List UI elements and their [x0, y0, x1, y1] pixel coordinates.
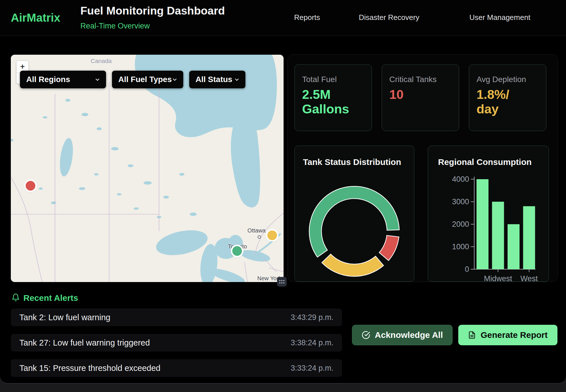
region-filter-select[interactable]: All Regions	[20, 71, 106, 88]
alert-time: 3:38:24 p.m.	[291, 338, 333, 347]
bell-icon	[11, 293, 20, 302]
status-filter-value: All Status	[196, 75, 232, 84]
donut-segment-critical	[379, 235, 399, 260]
y-tick-label: 4000	[452, 175, 469, 183]
generate-report-button[interactable]: Generate Report	[458, 325, 557, 345]
brand-logo: AirMatrix	[11, 11, 60, 24]
alert-text: Tank 27: Low fuel warning triggered	[19, 338, 150, 348]
stat-card: Total Fuel 2.5M Gallons	[294, 64, 372, 131]
status-filter-select[interactable]: All Status	[189, 71, 245, 88]
alert-text: Tank 15: Pressure threshold exceeded	[19, 364, 160, 373]
bar-3	[523, 206, 535, 269]
stat-card: Critical Tanks 10	[382, 64, 459, 131]
regional-consumption-bar-chart: 01000200030004000MidwestWest	[428, 146, 549, 282]
stat-value-avg-depletion: 1.8%/ day	[477, 87, 539, 117]
nav-disaster-recovery[interactable]: Disaster Recovery	[359, 13, 419, 22]
acknowledge-all-label: Acknowledge All	[375, 330, 443, 340]
chevron-down-icon	[95, 77, 100, 82]
alert-row: Tank 15: Pressure threshold exceeded 3:3…	[11, 359, 342, 377]
y-tick-label: 2000	[452, 220, 469, 228]
region-filter-value: All Regions	[26, 75, 70, 84]
y-tick-label: 3000	[452, 197, 469, 206]
bar-2	[508, 224, 520, 269]
tank-marker-normal[interactable]	[232, 246, 242, 256]
nav-reports[interactable]: Reports	[294, 13, 320, 22]
stat-label: Critical Tanks	[389, 75, 451, 84]
chevron-down-icon	[234, 77, 240, 82]
alert-row: Tank 27: Low fuel warning triggered 3:38…	[11, 334, 342, 352]
header: AirMatrix Fuel Monitoring Dashboard Real…	[0, 0, 566, 36]
stat-label: Avg Depletion	[477, 75, 539, 84]
check-circle-icon	[362, 331, 370, 339]
map-label-canada: Canada	[91, 58, 112, 64]
tank-marker-warning[interactable]	[267, 230, 277, 240]
x-tick-label: Midwest	[484, 274, 512, 282]
ottawa-town-dot	[258, 235, 261, 239]
acknowledge-all-button[interactable]: Acknowledge All	[352, 325, 453, 345]
metrics-panel: Total Fuel 2.5M Gallons Critical Tanks 1…	[287, 54, 558, 282]
alert-time: 3:43:29 p.m.	[291, 313, 333, 322]
y-tick-label: 1000	[452, 242, 469, 251]
stat-value-critical-tanks: 10	[389, 87, 451, 102]
fuel-map[interactable]: Canada Ottawa Toronto New York + − All R…	[11, 55, 284, 282]
page-title: Fuel Monitoring Dashboard	[80, 5, 225, 17]
fuel-type-filter-value: All Fuel Types	[118, 75, 172, 84]
stat-value-total-fuel: 2.5M Gallons	[302, 87, 364, 117]
alert-time: 3:33:24 p.m.	[291, 364, 333, 373]
alert-text: Tank 2: Low fuel warning	[19, 313, 110, 322]
stat-card: Avg Depletion 1.8%/ day	[469, 64, 546, 131]
stat-label: Total Fuel	[302, 75, 364, 84]
nav-user-management[interactable]: User Management	[469, 13, 530, 22]
alert-row: Tank 2: Low fuel warning 3:43:29 p.m.	[11, 309, 342, 326]
app-window: AirMatrix Fuel Monitoring Dashboard Real…	[0, 0, 566, 383]
chevron-down-icon	[172, 77, 178, 82]
donut-segment-warning	[322, 254, 384, 276]
tank-status-donut-chart	[295, 146, 415, 282]
bar-1	[492, 202, 504, 269]
drag-dots-icon	[279, 280, 285, 284]
alerts-section-title: Recent Alerts	[23, 293, 78, 303]
tank-marker-critical[interactable]	[26, 181, 35, 191]
fuel-type-filter-select[interactable]: All Fuel Types	[112, 71, 183, 88]
map-label-ottawa: Ottawa	[247, 227, 265, 234]
report-file-icon	[468, 331, 476, 339]
x-tick-label: West	[520, 274, 538, 282]
generate-report-label: Generate Report	[481, 330, 547, 340]
regional-consumption-card: Regional Consumption 01000200030004000Mi…	[428, 146, 549, 282]
map-resize-handle[interactable]	[277, 277, 287, 287]
bar-0	[477, 179, 488, 269]
tank-status-card: Tank Status Distribution	[294, 146, 414, 282]
y-tick-label: 0	[465, 265, 469, 273]
page-subtitle: Real-Time Overview	[80, 22, 150, 30]
